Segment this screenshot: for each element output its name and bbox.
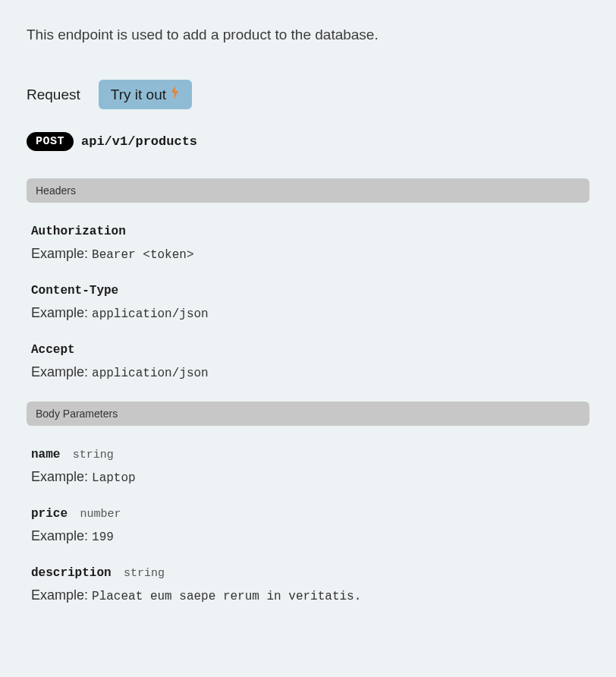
example-line: Example: Bearer <token>: [31, 246, 589, 262]
tabs-row: Request Try it out: [27, 80, 589, 109]
header-param: Authorization Example: Bearer <token>: [27, 224, 589, 262]
param-name: Authorization: [31, 225, 126, 238]
example-label: Example:: [31, 305, 88, 320]
try-it-out-button[interactable]: Try it out: [99, 80, 192, 109]
example-value: 199: [92, 531, 114, 544]
param-type: number: [80, 508, 121, 521]
body-params-section-header: Body Parameters: [27, 401, 589, 426]
example-line: Example: 199: [31, 528, 589, 544]
param-name: price: [31, 507, 68, 521]
api-doc-panel: This endpoint is used to add a product t…: [0, 0, 616, 603]
body-param: price number Example: 199: [27, 506, 589, 544]
param-name: Accept: [31, 343, 75, 357]
example-label: Example:: [31, 364, 88, 379]
tab-request[interactable]: Request: [27, 87, 80, 103]
try-it-out-label: Try it out: [111, 87, 166, 103]
example-label: Example:: [31, 469, 88, 484]
example-line: Example: Placeat eum saepe rerum in veri…: [31, 587, 589, 603]
example-label: Example:: [31, 528, 88, 543]
method-row: POST api/v1/products: [27, 132, 589, 151]
example-value: Bearer <token>: [92, 248, 193, 262]
body-param: name string Example: Laptop: [27, 447, 589, 485]
param-name: description: [31, 566, 112, 580]
bolt-icon: [171, 86, 180, 103]
param-type: string: [73, 449, 114, 461]
param-name: name: [31, 448, 60, 461]
example-value: application/json: [92, 367, 209, 380]
header-param: Content-Type Example: application/json: [27, 283, 589, 321]
example-line: Example: Laptop: [31, 469, 589, 485]
example-line: Example: application/json: [31, 305, 589, 321]
http-method-badge: POST: [27, 132, 74, 151]
example-value: Placeat eum saepe rerum in veritatis.: [92, 590, 361, 603]
param-type: string: [124, 567, 165, 580]
header-param: Accept Example: application/json: [27, 342, 589, 380]
example-line: Example: application/json: [31, 364, 589, 380]
endpoint-path: api/v1/products: [81, 134, 197, 149]
endpoint-description: This endpoint is used to add a product t…: [27, 27, 589, 43]
example-value: application/json: [92, 307, 209, 321]
example-label: Example:: [31, 246, 88, 261]
example-value: Laptop: [92, 471, 136, 485]
param-name: Content-Type: [31, 284, 118, 298]
body-param: description string Example: Placeat eum …: [27, 565, 589, 603]
example-label: Example:: [31, 587, 88, 603]
headers-section-header: Headers: [27, 178, 589, 203]
